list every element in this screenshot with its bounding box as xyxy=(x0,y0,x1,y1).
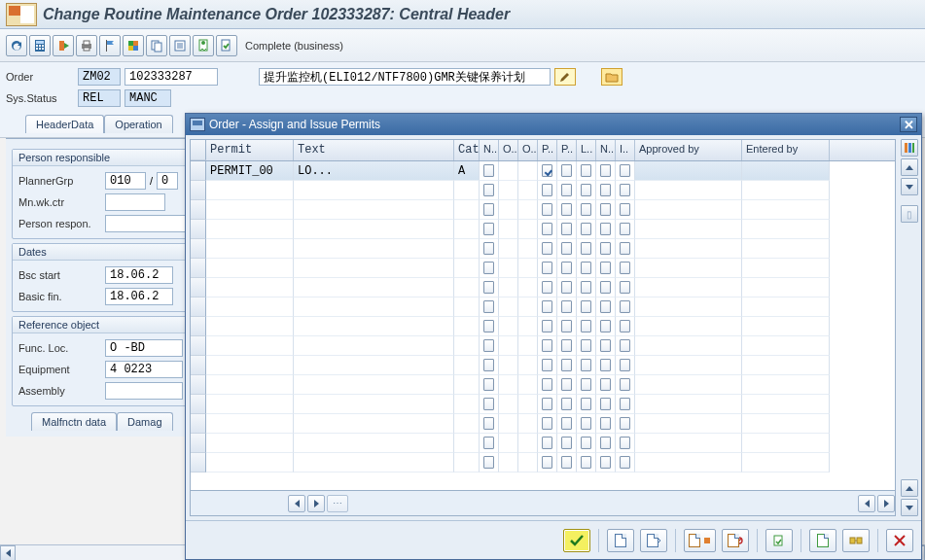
grid-checkbox[interactable] xyxy=(538,278,557,298)
grid-checkbox[interactable] xyxy=(616,200,635,220)
cell-cat[interactable] xyxy=(454,200,480,220)
cell-text[interactable] xyxy=(294,453,454,472)
cell-cat[interactable] xyxy=(454,434,480,453)
cell-permit[interactable] xyxy=(206,278,294,298)
cell-permit[interactable] xyxy=(206,220,294,239)
new-entry-button[interactable] xyxy=(607,529,634,552)
grid-checkbox[interactable] xyxy=(538,434,557,453)
grid-drag-handle[interactable]: ▯ xyxy=(901,205,918,223)
cell-permit[interactable] xyxy=(206,453,294,472)
table-row[interactable] xyxy=(191,200,895,220)
grid-checkbox[interactable] xyxy=(480,414,499,434)
cell-entered-by[interactable] xyxy=(742,395,830,414)
scroll-left-icon[interactable] xyxy=(0,545,16,560)
cell-cat[interactable] xyxy=(454,259,480,278)
grid-checkbox[interactable] xyxy=(480,336,499,356)
table-row[interactable] xyxy=(191,434,895,453)
grid-checkbox[interactable] xyxy=(616,336,635,356)
grid-checkbox[interactable] xyxy=(577,317,596,336)
table-row[interactable] xyxy=(191,356,895,375)
grid-checkbox[interactable] xyxy=(557,453,577,472)
cell-entered-by[interactable] xyxy=(742,317,830,336)
grid-checkbox[interactable] xyxy=(557,181,577,200)
grid-checkbox[interactable] xyxy=(596,434,616,453)
cell-permit[interactable] xyxy=(206,298,294,317)
grid-checkbox[interactable] xyxy=(577,181,596,200)
grid-checkbox[interactable] xyxy=(538,375,557,395)
col-i[interactable]: I.. xyxy=(616,140,635,160)
edit-text-button[interactable] xyxy=(554,68,576,86)
grid-checkbox[interactable] xyxy=(596,298,616,317)
col-o2[interactable]: O.. xyxy=(518,140,538,160)
cell-approved-by[interactable] xyxy=(635,259,742,278)
cell-approved-by[interactable] xyxy=(635,298,742,317)
cell-text[interactable] xyxy=(294,414,454,434)
equipment-field[interactable]: 4 0223 xyxy=(105,361,183,378)
cancel-button[interactable] xyxy=(886,529,913,552)
grid-checkbox[interactable] xyxy=(577,453,596,472)
grid-checkbox[interactable] xyxy=(557,161,577,181)
grid-checkbox[interactable] xyxy=(577,336,596,356)
cell-text[interactable] xyxy=(294,278,454,298)
grid-checkbox[interactable] xyxy=(596,414,616,434)
row-selector[interactable] xyxy=(191,336,206,356)
cell-text[interactable] xyxy=(294,395,454,414)
cell-text[interactable] xyxy=(294,375,454,395)
cell-cat[interactable] xyxy=(454,298,480,317)
grid-checkbox[interactable] xyxy=(557,395,577,414)
bscstart-field[interactable]: 18.06.2 xyxy=(105,266,173,284)
plannergrp-rest[interactable]: 0 xyxy=(157,172,178,190)
grid-checkbox[interactable] xyxy=(538,161,557,181)
col-entered-by[interactable]: Entered by xyxy=(742,140,830,160)
grid-checkbox[interactable] xyxy=(616,395,635,414)
cell-text[interactable] xyxy=(294,239,454,259)
grid-checkbox[interactable] xyxy=(577,395,596,414)
col-cat[interactable]: Cat xyxy=(454,140,480,160)
grid-checkbox[interactable] xyxy=(480,181,499,200)
cell-permit[interactable]: PERMIT_00 xyxy=(206,161,294,181)
table-row[interactable] xyxy=(191,317,895,336)
funcloc-field[interactable]: O -BD xyxy=(105,339,183,357)
grid-checkbox[interactable] xyxy=(616,434,635,453)
cell-entered-by[interactable] xyxy=(742,278,830,298)
cell-text[interactable] xyxy=(294,259,454,278)
grid-checkbox[interactable] xyxy=(538,414,557,434)
cell-entered-by[interactable] xyxy=(742,239,830,259)
tab-malfunction-data[interactable]: Malfnctn data xyxy=(31,412,117,431)
cell-cat[interactable]: A xyxy=(454,161,480,181)
row-selector[interactable] xyxy=(191,414,206,434)
grid-checkbox[interactable] xyxy=(557,317,577,336)
cell-approved-by[interactable] xyxy=(635,336,742,356)
row-selector[interactable] xyxy=(191,200,206,220)
calculator-icon[interactable] xyxy=(29,35,51,56)
accept-button[interactable] xyxy=(563,529,590,552)
grid-checkbox[interactable] xyxy=(557,200,577,220)
row-selector[interactable] xyxy=(191,298,206,317)
list-icon[interactable] xyxy=(169,35,191,56)
grid-checkbox[interactable] xyxy=(557,414,577,434)
cell-approved-by[interactable] xyxy=(635,453,742,472)
cell-cat[interactable] xyxy=(454,220,480,239)
row-selector[interactable] xyxy=(191,317,206,336)
cell-entered-by[interactable] xyxy=(742,375,830,395)
col-n2[interactable]: N.. xyxy=(596,140,616,160)
grid-checkbox[interactable] xyxy=(538,336,557,356)
table-row[interactable] xyxy=(191,453,895,472)
grid-checkbox[interactable] xyxy=(577,161,596,181)
cell-approved-by[interactable] xyxy=(635,434,742,453)
grid-checkbox[interactable] xyxy=(616,239,635,259)
table-row[interactable] xyxy=(191,298,895,317)
col-l[interactable]: L.. xyxy=(577,140,596,160)
table-row[interactable] xyxy=(191,375,895,395)
cell-permit[interactable] xyxy=(206,200,294,220)
grid-scroll-right[interactable] xyxy=(307,495,325,512)
grid-checkbox[interactable] xyxy=(577,200,596,220)
cell-text[interactable] xyxy=(294,434,454,453)
grid-checkbox[interactable] xyxy=(616,298,635,317)
grid-checkbox[interactable] xyxy=(616,161,635,181)
grid-checkbox[interactable] xyxy=(480,453,499,472)
refresh-icon[interactable] xyxy=(6,35,27,56)
grid-checkbox[interactable] xyxy=(538,220,557,239)
col-o1[interactable]: O.. xyxy=(499,140,518,160)
grid-checkbox[interactable] xyxy=(596,278,616,298)
